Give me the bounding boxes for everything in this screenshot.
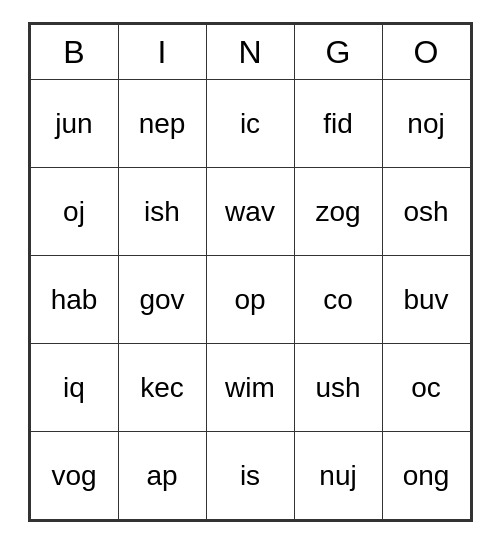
cell-r0-c2: ic — [206, 80, 294, 168]
cell-r1-c4: osh — [382, 168, 470, 256]
table-row: habgovopcobuv — [30, 256, 470, 344]
table-row: iqkecwimushoc — [30, 344, 470, 432]
cell-r0-c1: nep — [118, 80, 206, 168]
cell-r1-c0: oj — [30, 168, 118, 256]
header-col-g: G — [294, 25, 382, 80]
header-col-n: N — [206, 25, 294, 80]
cell-r3-c1: kec — [118, 344, 206, 432]
cell-r1-c2: wav — [206, 168, 294, 256]
cell-r3-c2: wim — [206, 344, 294, 432]
cell-r1-c3: zog — [294, 168, 382, 256]
cell-r2-c1: gov — [118, 256, 206, 344]
cell-r4-c2: is — [206, 432, 294, 520]
table-row: vogapisnujong — [30, 432, 470, 520]
cell-r4-c0: vog — [30, 432, 118, 520]
cell-r4-c3: nuj — [294, 432, 382, 520]
cell-r2-c4: buv — [382, 256, 470, 344]
cell-r3-c4: oc — [382, 344, 470, 432]
cell-r4-c4: ong — [382, 432, 470, 520]
bingo-table: BINGO junnepicfidnojojishwavzogoshhabgov… — [30, 24, 471, 520]
header-col-o: O — [382, 25, 470, 80]
cell-r2-c2: op — [206, 256, 294, 344]
cell-r2-c0: hab — [30, 256, 118, 344]
table-row: ojishwavzogosh — [30, 168, 470, 256]
cell-r3-c0: iq — [30, 344, 118, 432]
cell-r2-c3: co — [294, 256, 382, 344]
cell-r1-c1: ish — [118, 168, 206, 256]
cell-r0-c0: jun — [30, 80, 118, 168]
cell-r4-c1: ap — [118, 432, 206, 520]
cell-r0-c3: fid — [294, 80, 382, 168]
header-col-i: I — [118, 25, 206, 80]
cell-r0-c4: noj — [382, 80, 470, 168]
header-row: BINGO — [30, 25, 470, 80]
cell-r3-c3: ush — [294, 344, 382, 432]
bingo-card: BINGO junnepicfidnojojishwavzogoshhabgov… — [28, 22, 473, 522]
table-row: junnepicfidnoj — [30, 80, 470, 168]
header-col-b: B — [30, 25, 118, 80]
